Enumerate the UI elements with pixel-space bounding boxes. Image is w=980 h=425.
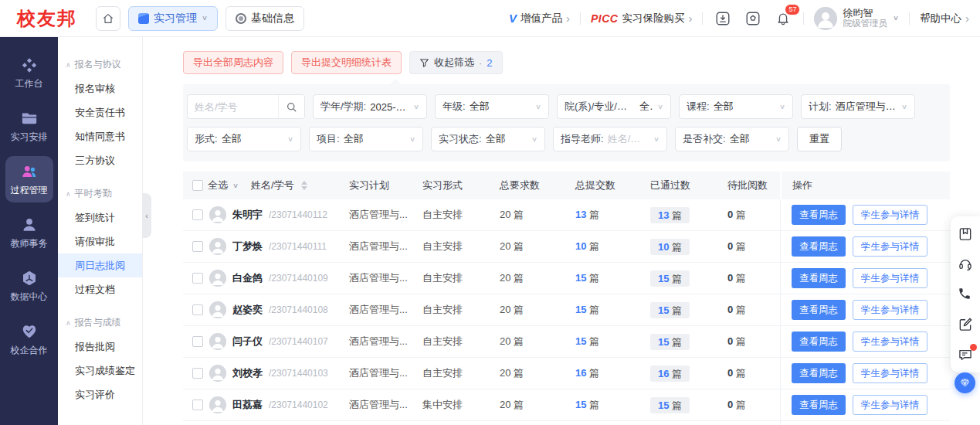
secondary-nav-item-2[interactable]: 安全责任书 xyxy=(58,100,142,124)
submitted-count-link[interactable]: 15 xyxy=(575,272,586,284)
select-all-checkbox[interactable] xyxy=(192,180,203,191)
secondary-nav-item-11[interactable]: 报告批阅 xyxy=(58,335,142,359)
messages-button[interactable] xyxy=(958,347,973,362)
search-input[interactable] xyxy=(188,101,278,113)
view-weekly-log-button[interactable]: 查看周志 xyxy=(792,236,846,257)
secondary-nav-item-7[interactable]: 请假审批 xyxy=(58,230,142,253)
student-name: 赵姿奕 xyxy=(232,303,263,317)
notifications-button[interactable]: 57 xyxy=(773,8,793,29)
cell-required: 20 篇 xyxy=(492,271,568,285)
avatar xyxy=(814,7,837,30)
export-submission-stats-button[interactable]: 导出提交明细统计表 xyxy=(291,51,402,74)
weekly-log-table: 全选 ∨ 姓名/学号 实习计划 实习形式 总要求数 总提交数 已通过数 待批阅数… xyxy=(183,172,950,425)
chevron-down-icon: ∨ xyxy=(202,14,208,22)
membership-gem-button[interactable] xyxy=(955,372,975,393)
manual-book-icon xyxy=(958,226,973,242)
passed-count-badge: 15 篇 xyxy=(650,302,690,318)
view-weekly-log-button[interactable]: 查看周志 xyxy=(792,332,846,352)
cell-form: 自主安排 xyxy=(415,271,492,285)
sidebar-item-internship-arrangement[interactable]: 实习安排 xyxy=(5,103,53,149)
search-button[interactable] xyxy=(278,95,304,118)
student-participation-detail-button[interactable]: 学生参与详情 xyxy=(853,363,927,383)
view-weekly-log-button[interactable]: 查看周志 xyxy=(792,300,846,320)
customer-service-button[interactable] xyxy=(958,257,973,272)
sidebar-item-teacher-affairs[interactable]: 教师事务 xyxy=(5,209,53,256)
submitted-count-link[interactable]: 15 xyxy=(575,335,586,347)
student-participation-detail-button[interactable]: 学生参与详情 xyxy=(853,395,927,415)
teacher-icon xyxy=(21,216,38,233)
user-menu[interactable]: 徐昀智 院级管理员 ∨ xyxy=(814,7,899,30)
select-all-label[interactable]: 全选 xyxy=(208,178,228,192)
view-weekly-log-button[interactable]: 查看周志 xyxy=(792,395,846,415)
secondary-nav-item-0[interactable]: 报名与协议 xyxy=(58,53,142,76)
secondary-nav-item-4[interactable]: 三方协议 xyxy=(58,148,142,172)
submitted-count-link[interactable]: 10 xyxy=(575,240,586,252)
home-icon xyxy=(102,12,114,25)
submitted-count-link[interactable]: 15 xyxy=(575,304,586,315)
filter-dropdown-row1-2[interactable]: 院(系)/专业/班级: 全部 ∨ xyxy=(557,94,671,119)
filter-dropdown-row1-4[interactable]: 计划: 酒店管理与数... ∨ xyxy=(801,94,915,119)
view-weekly-log-button[interactable]: 查看周志 xyxy=(792,268,846,288)
student-participation-detail-button[interactable]: 学生参与详情 xyxy=(853,205,927,225)
phone-button[interactable] xyxy=(958,287,973,302)
collapse-filter-button[interactable]: 收起筛选 · 2 xyxy=(409,51,503,74)
value-added-link[interactable]: V 增值产品 › xyxy=(509,12,570,26)
row-6-checkbox[interactable] xyxy=(192,400,203,410)
view-weekly-log-button[interactable]: 查看周志 xyxy=(792,363,846,383)
feedback-button[interactable] xyxy=(958,317,973,332)
export-all-weekly-logs-button[interactable]: 导出全部周志内容 xyxy=(183,51,283,74)
cell-passed: 15 篇 xyxy=(643,302,720,318)
filter-dropdown-row1-1[interactable]: 年级: 全部 ∨ xyxy=(435,94,549,119)
row-5-checkbox[interactable] xyxy=(192,368,203,379)
app-center-button[interactable] xyxy=(743,8,763,29)
insurance-link[interactable]: PICC 实习保险购买 › xyxy=(591,12,692,26)
student-participation-detail-button[interactable]: 学生参与详情 xyxy=(853,300,927,320)
secondary-nav-item-13[interactable]: 实习评价 xyxy=(58,382,142,406)
download-button[interactable] xyxy=(713,8,733,29)
student-participation-detail-button[interactable]: 学生参与详情 xyxy=(853,268,927,288)
row-3-checkbox[interactable] xyxy=(192,304,203,315)
row-4-checkbox[interactable] xyxy=(192,336,203,347)
row-0-checkbox[interactable] xyxy=(192,209,203,220)
submitted-count-link[interactable]: 13 xyxy=(575,209,586,220)
cell-required: 20 篇 xyxy=(492,240,568,253)
sort-icon[interactable] xyxy=(301,181,307,190)
row-1-checkbox[interactable] xyxy=(192,241,203,252)
sidebar-item-workbench[interactable]: 工作台 xyxy=(5,49,53,96)
filter-dropdown-row2-1[interactable]: 项目: 全部 ∨ xyxy=(309,127,423,151)
filter-dropdown-row1-0[interactable]: 学年/学期: 2025-20... ∨ xyxy=(313,94,427,119)
secondary-nav-item-10[interactable]: 报告与成绩 xyxy=(58,311,142,335)
secondary-nav-item-8[interactable]: 周日志批阅 xyxy=(58,253,142,277)
view-weekly-log-button[interactable]: 查看周志 xyxy=(792,205,846,225)
cell-plan: 酒店管理与... xyxy=(341,208,415,222)
row-2-checkbox[interactable] xyxy=(192,273,203,284)
student-name: 闫子仪 xyxy=(232,335,263,348)
secondary-nav-item-1[interactable]: 报名审核 xyxy=(58,76,142,100)
reset-filters-button[interactable]: 重置 xyxy=(797,127,842,151)
submitted-count-link[interactable]: 16 xyxy=(575,367,586,379)
tab-basic-info[interactable]: 基础信息 xyxy=(226,6,304,31)
secondary-nav-item-9[interactable]: 过程文档 xyxy=(58,277,142,301)
sidebar-item-school-enterprise[interactable]: 校企合作 xyxy=(5,316,53,362)
manual-button[interactable] xyxy=(958,226,973,242)
filter-dropdown-row2-3[interactable]: 指导老师: 姓名/工号 ∨ xyxy=(553,127,667,151)
chevron-down-icon[interactable]: ∨ xyxy=(232,182,239,189)
filter-dropdown-row2-0[interactable]: 形式: 全部 ∨ xyxy=(187,127,301,151)
secondary-nav-item-5[interactable]: 平时考勤 xyxy=(58,182,142,206)
secondary-nav-item-3[interactable]: 知情同意书 xyxy=(58,124,142,148)
secondary-nav-item-6[interactable]: 签到统计 xyxy=(58,206,142,230)
help-center-link[interactable]: 帮助中心 › xyxy=(920,12,969,26)
student-participation-detail-button[interactable]: 学生参与详情 xyxy=(853,332,927,352)
student-participation-detail-button[interactable]: 学生参与详情 xyxy=(853,236,927,257)
filter-dropdown-row1-3[interactable]: 课程: 全部 ∨ xyxy=(679,94,793,119)
sidebar-item-process-management[interactable]: 过程管理 xyxy=(5,156,53,202)
submitted-count-link[interactable]: 15 xyxy=(575,399,586,410)
secondary-nav-item-12[interactable]: 实习成绩鉴定 xyxy=(58,359,142,382)
filter-dropdown-row2-4[interactable]: 是否补交: 全部 ∨ xyxy=(675,127,789,151)
tab-internship-management[interactable]: 实习管理 ∨ xyxy=(128,6,218,31)
filter-dropdown-row2-2[interactable]: 实习状态: 全部 ∨ xyxy=(431,127,545,151)
sidebar-collapse-handle[interactable]: ‹ xyxy=(142,193,151,238)
sidebar-item-data-center[interactable]: 数据中心 xyxy=(5,263,53,309)
chevron-down-icon: ∨ xyxy=(535,103,541,110)
home-button[interactable] xyxy=(96,6,120,31)
